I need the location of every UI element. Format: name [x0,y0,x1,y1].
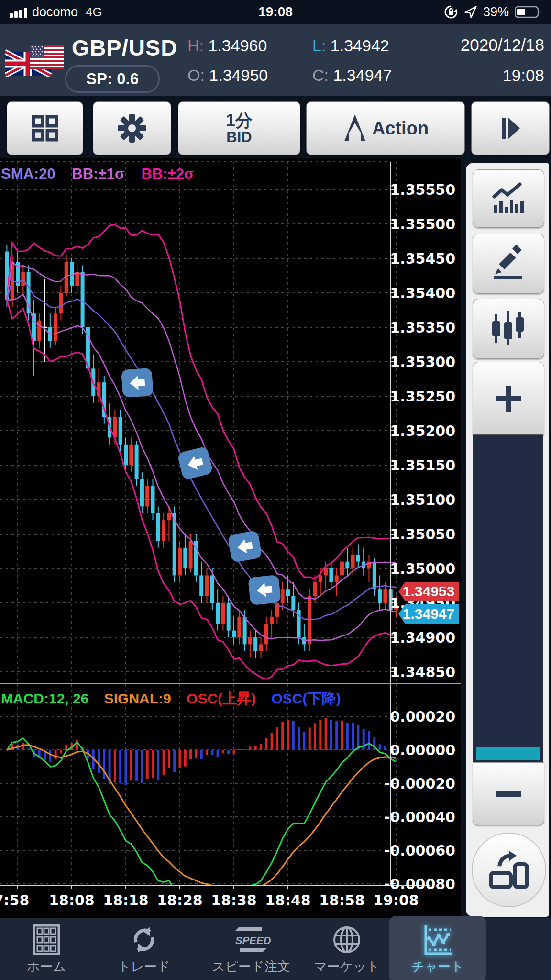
osc-down-label: OSC(下降) [271,690,341,706]
price-tick: 1.35500 [390,216,455,233]
time-tick: 18:18 [103,892,149,909]
nav-chart-active[interactable]: チャート [402,918,474,980]
bb2-label: BB:±2σ [142,166,195,182]
signal-label: SIGNAL:9 [104,690,171,706]
action-button[interactable]: Action [306,101,465,155]
pair-title: GBP/USD [72,34,177,61]
pencil-icon [490,245,527,282]
time-tick: 18:28 [157,892,203,909]
nav-market[interactable]: マーケット [306,918,387,980]
nav-speed-order-label: スピード注文 [212,958,290,975]
nav-chart-label: チャート [411,958,464,975]
step-forward-icon [497,115,524,142]
bb1-label: BB:±1σ [72,166,125,182]
zoom-scrollbar-thumb[interactable] [476,747,540,760]
step-forward-button[interactable] [471,101,550,155]
price-tick: 1.35150 [390,457,455,474]
sma-label: SMA:20 [1,166,55,182]
macd-tick: 0.00020 [390,708,455,725]
quote-header: GBP/USD H: 1.34960 L: 1.34942 2020/12/18… [0,24,551,96]
bid-price-badge: 1.34947 [398,604,459,624]
rotate-screen-button[interactable] [472,833,546,907]
draw-button[interactable] [473,234,544,294]
minus-icon [492,777,525,811]
gear-icon [117,113,147,144]
time-tick: 18:58 [319,892,365,909]
layout-grid-button[interactable] [7,101,83,155]
nav-speed-order[interactable]: SPEED スピード注文 [206,918,297,980]
high-label: H: [187,36,204,55]
left-arrow-icon [253,579,276,601]
plus-icon [492,382,525,415]
nav-market-label: マーケット [314,958,380,975]
app-screen: docomo 4G 19:08 39% [0,0,551,980]
svg-text:SPEED: SPEED [235,935,271,947]
rotation-lock-icon [444,5,458,19]
macd-tick: -0.00060 [384,842,455,859]
price-tick: 1.35350 [390,319,455,336]
close-label: C: [312,66,329,84]
macd-tick: -0.00020 [384,775,455,792]
time-tick: 7:58 [0,892,29,909]
grid-icon [30,113,60,143]
nav-trade-label: トレード [118,958,170,975]
chart-tools-panel [466,163,549,917]
overlay-indicator-labels: SMA:20 BB:±1σ BB:±2σ [1,166,207,183]
rotate-screen-icon [487,848,531,892]
high-value: 1.34960 [208,36,267,55]
signal-arrow-1 [121,368,154,398]
chart-tab-icon [421,923,454,957]
price-tick: 1.34850 [390,664,455,680]
price-tick: 1.35050 [390,526,455,543]
status-bar: docomo 4G 19:08 39% [0,0,551,24]
left-arrow-icon [183,451,208,476]
osc-up-label: OSC(上昇) [187,690,256,706]
chart-type-button[interactable] [473,169,544,228]
price-tick: 1.35100 [390,491,455,508]
action-label: Action [372,118,429,139]
low-label: L: [312,36,326,55]
open-value: 1.34950 [209,66,268,84]
nav-trade[interactable]: トレード [108,918,180,980]
left-arrow-icon [233,535,257,558]
speed-order-icon: SPEED [225,923,277,957]
price-tick: 1.35250 [390,388,455,405]
chart-toolbar: 1分 BID Action [0,96,551,159]
zoom-out-button[interactable] [473,762,544,825]
trade-refresh-icon [129,923,159,957]
interval-label: 1分 [226,111,253,130]
signal-arrow-3 [227,530,262,563]
price-tick: 1.35550 [390,181,455,198]
macd-tick: -0.00040 [384,809,455,825]
us-flag [30,45,64,69]
left-arrow-icon [127,372,148,394]
macd-tick: 0.00000 [390,742,455,758]
signal-arrow-4 [248,575,281,605]
header-time-label: 19:08 [502,66,544,85]
settings-button[interactable] [93,101,171,155]
price-tick: 1.35450 [390,250,455,267]
spread-pill: SP: 0.6 [65,65,160,93]
time-tick: 18:48 [265,892,311,909]
time-tick: 18:38 [211,892,257,909]
price-tick: 1.34900 [390,629,455,646]
price-tick: 1.35200 [390,423,455,439]
date-label: 2020/12/18 [461,35,544,55]
battery-percent-label: 39% [483,5,509,20]
zoom-scrollbar-track[interactable] [473,434,543,762]
currency-pair-flags-icon [5,45,64,77]
price-tick: 1.35000 [390,560,455,577]
zoom-in-button[interactable] [473,362,544,435]
candlestick-icon [489,309,528,349]
interval-bid-button[interactable]: 1分 BID [178,101,300,155]
nav-home-label: ホーム [27,958,66,975]
globe-icon [332,923,362,957]
time-tick: 18:08 [49,892,95,909]
battery-icon [515,5,542,19]
time-tick: 19:08 [373,892,419,909]
ask-price-badge: 1.34953 [398,582,459,601]
action-arrow-icon [342,113,367,143]
candle-style-button[interactable] [473,299,544,359]
price-type-label: BID [226,130,252,145]
nav-home[interactable]: ホーム [11,918,82,980]
